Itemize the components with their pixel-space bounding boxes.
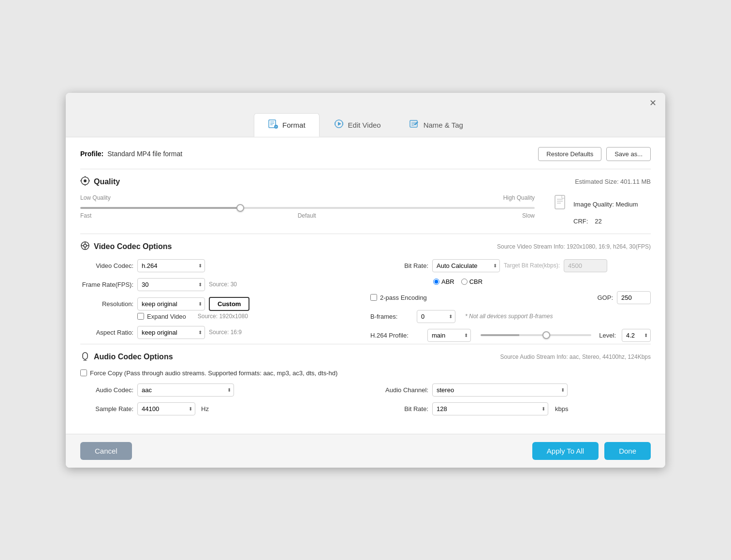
expand-video-checkbox[interactable]	[137, 313, 144, 320]
gop-label: GOP:	[597, 294, 613, 301]
audio-codec-two-col: Audio Codec: aac Sample Rate: 44100	[80, 383, 651, 415]
resolution-area: Resolution: keep original Custom	[80, 297, 361, 320]
slow-label: Slow	[522, 212, 535, 219]
level-select-wrapper: 4.2	[622, 329, 651, 342]
custom-button[interactable]: Custom	[209, 297, 249, 311]
name-tag-icon	[409, 118, 420, 132]
aspect-ratio-row: Aspect Ratio: keep original Source: 16:9	[80, 326, 361, 339]
audio-codec-label: Audio Codec:	[80, 386, 133, 394]
quality-section-title: Quality	[80, 176, 120, 188]
audio-codec-icon	[80, 351, 90, 363]
two-pass-checkbox[interactable]	[370, 294, 377, 301]
bit-rate-row: Bit Rate: Auto Calculate Target Bit Rate…	[370, 259, 651, 272]
bframes-row: B-frames: 0 * Not all devices support B-…	[370, 310, 651, 323]
cbr-text: CBR	[469, 278, 482, 285]
sample-rate-select[interactable]: 44100	[137, 402, 195, 415]
bframes-note: * Not all devices support B-frames	[465, 313, 553, 320]
audio-bitrate-select[interactable]: 128	[432, 402, 548, 415]
bit-rate-label: Bit Rate:	[370, 262, 428, 269]
crf-value: 22	[595, 218, 601, 225]
cbr-radio[interactable]	[461, 279, 468, 285]
main-dialog: ✕ Format	[66, 93, 665, 468]
two-pass-row: 2-pass Encoding	[370, 294, 427, 301]
audio-codec-select[interactable]: aac	[137, 383, 234, 397]
resolution-select-wrapper: keep original	[137, 297, 205, 310]
resolution-source: Source: 1920x1080	[198, 313, 248, 320]
bit-rate-select[interactable]: Auto Calculate	[432, 259, 500, 272]
bframes-select-wrapper: 0	[417, 310, 455, 323]
footer: Cancel Apply To All Done	[66, 434, 665, 468]
audio-bitrate-select-wrapper: 128	[432, 402, 548, 415]
aspect-ratio-label: Aspect Ratio:	[80, 329, 133, 336]
quality-section: Quality Estimated Size: 401.11 MB Low Qu…	[80, 169, 651, 225]
tab-name-tag-label: Name & Tag	[424, 121, 463, 129]
profile-row: Profile: Standard MP4 file format Restor…	[80, 147, 651, 161]
frame-rate-label: Frame Rate(FPS):	[80, 281, 133, 288]
quality-slider-area: Low Quality High Quality Fast Default Sl…	[80, 194, 535, 219]
audio-right-col: Audio Channel: stereo Bit Rate: 128	[361, 383, 651, 415]
tab-format-label: Format	[282, 121, 306, 129]
bframes-select[interactable]: 0	[417, 310, 455, 323]
hz-label: Hz	[201, 405, 209, 413]
force-copy-checkbox[interactable]	[80, 369, 87, 376]
image-quality-text: Image Quality: Medium	[573, 201, 638, 208]
gop-input[interactable]	[617, 291, 651, 304]
cancel-button[interactable]: Cancel	[80, 442, 132, 460]
audio-channel-row: Audio Channel: stereo	[370, 383, 651, 397]
quality-right: Image Quality: Medium CRF: 22	[554, 194, 651, 225]
target-bit-rate-input[interactable]	[564, 259, 607, 272]
audio-codec-title: Audio Codec Options	[80, 351, 173, 363]
aspect-ratio-source: Source: 16:9	[209, 329, 242, 336]
main-content: Profile: Standard MP4 file format Restor…	[66, 137, 665, 434]
restore-defaults-button[interactable]: Restore Defaults	[538, 147, 601, 161]
audio-channel-select-wrapper: stereo	[432, 383, 568, 397]
close-button[interactable]: ✕	[646, 97, 659, 109]
video-codec-row: Video Codec: h.264	[80, 259, 361, 272]
frame-rate-row: Frame Rate(FPS): 30 Source: 30	[80, 278, 361, 291]
footer-right: Apply To All Done	[532, 442, 651, 460]
gop-row: GOP:	[597, 291, 651, 304]
audio-channel-select[interactable]: stereo	[432, 383, 568, 397]
svg-marker-6	[338, 122, 341, 126]
h264-profile-select[interactable]: main	[427, 329, 471, 342]
level-slider[interactable]	[481, 334, 591, 336]
sample-rate-row: Sample Rate: 44100 Hz	[80, 402, 361, 415]
bit-rate-select-wrapper: Auto Calculate	[432, 259, 500, 272]
video-codec-section: Video Codec Options Source Video Stream …	[80, 234, 651, 342]
svg-rect-19	[555, 195, 565, 209]
video-codec-select[interactable]: h.264	[137, 259, 205, 272]
profile-value: Standard MP4 file format	[107, 150, 182, 158]
edit-video-icon	[334, 118, 344, 132]
crf-label: CRF:	[573, 218, 588, 225]
tab-edit-video-label: Edit Video	[348, 121, 381, 129]
profile-buttons: Restore Defaults Save as...	[538, 147, 651, 161]
tab-name-tag[interactable]: Name & Tag	[395, 113, 477, 137]
done-button[interactable]: Done	[604, 442, 651, 460]
quality-slider[interactable]	[80, 207, 535, 209]
video-codec-header: Video Codec Options Source Video Stream …	[80, 241, 651, 252]
quality-labels-bottom: Fast Default Slow	[80, 212, 535, 219]
svg-point-24	[84, 244, 87, 247]
quality-area: Low Quality High Quality Fast Default Sl…	[80, 194, 651, 225]
frame-rate-select[interactable]: 30	[137, 278, 205, 291]
abr-cbr-radio-group: ABR CBR	[433, 278, 482, 285]
abr-radio[interactable]	[433, 279, 439, 285]
level-select[interactable]: 4.2	[622, 329, 651, 342]
estimated-size: Estimated Size: 401.11 MB	[575, 178, 651, 185]
tab-format[interactable]: Format	[254, 113, 320, 137]
aspect-ratio-select-wrapper: keep original	[137, 326, 205, 339]
image-quality-doc-icon	[554, 194, 569, 215]
aspect-ratio-select[interactable]: keep original	[137, 326, 205, 339]
resolution-sub-row: Expand Video Source: 1920x1080	[80, 313, 361, 320]
video-codec-select-wrapper: h.264	[137, 259, 205, 272]
audio-codec-section: Audio Codec Options Source Audio Stream …	[80, 344, 651, 415]
save-as-button[interactable]: Save as...	[606, 147, 651, 161]
video-codec-title: Video Codec Options	[80, 241, 172, 252]
tab-edit-video[interactable]: Edit Video	[320, 113, 395, 137]
quality-icon	[80, 176, 90, 188]
video-codec-icon	[80, 241, 90, 252]
apply-to-all-button[interactable]: Apply To All	[532, 442, 599, 460]
level-label: Level:	[599, 332, 616, 339]
resolution-select[interactable]: keep original	[137, 297, 205, 310]
video-codec-label: Video Codec:	[80, 262, 133, 269]
